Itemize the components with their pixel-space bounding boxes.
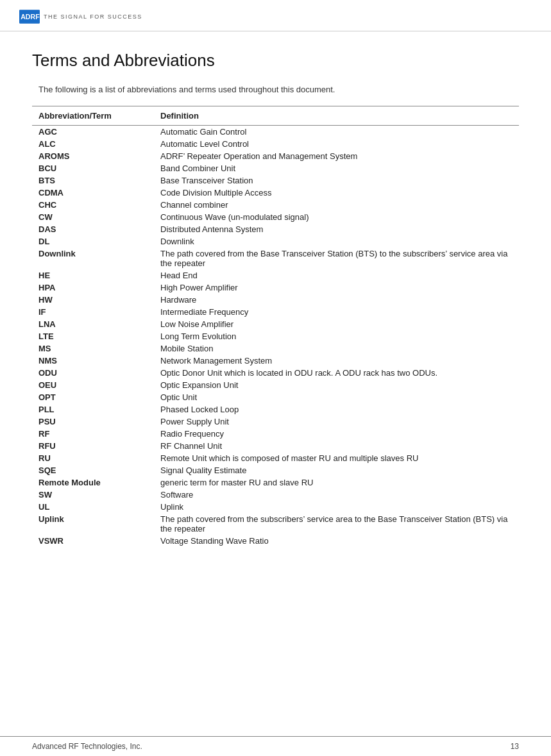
table-row: Remote Modulegeneric term for master RU … — [32, 476, 519, 489]
definition-cell: Intermediate Frequency — [154, 306, 519, 318]
table-row: IFIntermediate Frequency — [32, 306, 519, 318]
term-cell: CHC — [32, 199, 154, 211]
definition-cell: Code Division Multiple Access — [154, 187, 519, 199]
table-row: PSUPower Supply Unit — [32, 416, 519, 428]
table-row: BCUBand Combiner Unit — [32, 162, 519, 174]
term-cell: RU — [32, 452, 154, 464]
term-cell: UL — [32, 501, 154, 513]
definition-cell: Low Noise Amplifier — [154, 318, 519, 330]
page-header: ADRF THE SIGNAL FOR SUCCESS — [0, 0, 551, 31]
definition-cell: Power Supply Unit — [154, 416, 519, 428]
table-row: MSMobile Station — [32, 342, 519, 355]
term-cell: OEU — [32, 379, 154, 391]
definition-cell: RF Channel Unit — [154, 440, 519, 452]
table-header-row: Abbreviation/Term Definition — [32, 106, 519, 126]
term-cell: HPA — [32, 281, 154, 294]
term-cell: ALC — [32, 138, 154, 150]
definition-cell: Long Term Evolution — [154, 330, 519, 342]
term-cell: RFU — [32, 440, 154, 452]
table-row: LNALow Noise Amplifier — [32, 318, 519, 330]
definition-cell: The path covered from the Base Transceiv… — [154, 248, 519, 269]
term-cell: LTE — [32, 330, 154, 342]
term-cell: CW — [32, 211, 154, 223]
definition-cell: Continuous Wave (un-modulated signal) — [154, 211, 519, 223]
table-row: AROMSADRF’ Repeater Operation and Manage… — [32, 150, 519, 162]
page-title: Terms and Abbreviations — [32, 51, 519, 71]
definition-cell: ADRF’ Repeater Operation and Management … — [154, 150, 519, 162]
definition-cell: The path covered from the subscribers’ s… — [154, 513, 519, 535]
definition-cell: generic term for master RU and slave RU — [154, 476, 519, 489]
definition-cell: Mobile Station — [154, 342, 519, 355]
term-cell: VSWR — [32, 535, 154, 547]
table-row: CDMACode Division Multiple Access — [32, 187, 519, 199]
table-row: PLLPhased Locked Loop — [32, 403, 519, 416]
col-header-definition: Definition — [154, 106, 519, 126]
definition-cell: Uplink — [154, 501, 519, 513]
footer-page-number: 13 — [511, 742, 519, 751]
logo-area: ADRF THE SIGNAL FOR SUCCESS — [19, 6, 142, 27]
term-cell: Remote Module — [32, 476, 154, 489]
table-row: ULUplink — [32, 501, 519, 513]
definition-cell: Phased Locked Loop — [154, 403, 519, 416]
table-row: RFURF Channel Unit — [32, 440, 519, 452]
main-content: Terms and Abbreviations The following is… — [0, 31, 551, 573]
definition-cell: Head End — [154, 269, 519, 281]
term-cell: AROMS — [32, 150, 154, 162]
table-row: AGCAutomatic Gain Control — [32, 126, 519, 139]
table-row: UplinkThe path covered from the subscrib… — [32, 513, 519, 535]
definition-cell: Band Combiner Unit — [154, 162, 519, 174]
footer-company: Advanced RF Technologies, Inc. — [32, 742, 142, 751]
table-row: DASDistributed Antenna System — [32, 223, 519, 235]
definition-cell: Signal Quality Estimate — [154, 464, 519, 476]
table-row: HPAHigh Power Amplifier — [32, 281, 519, 294]
term-cell: MS — [32, 342, 154, 355]
definition-cell: Hardware — [154, 294, 519, 306]
page-footer: Advanced RF Technologies, Inc. 13 — [0, 736, 551, 756]
definition-cell: Optic Expansion Unit — [154, 379, 519, 391]
definition-cell: Network Management System — [154, 355, 519, 367]
table-row: RFRadio Frequency — [32, 428, 519, 440]
definition-cell: Radio Frequency — [154, 428, 519, 440]
definition-cell: Distributed Antenna System — [154, 223, 519, 235]
table-row: ODUOptic Donor Unit which is located in … — [32, 367, 519, 379]
term-cell: BCU — [32, 162, 154, 174]
term-cell: Uplink — [32, 513, 154, 535]
term-cell: HE — [32, 269, 154, 281]
term-cell: HW — [32, 294, 154, 306]
term-cell: PSU — [32, 416, 154, 428]
definition-cell: Downlink — [154, 235, 519, 248]
term-cell: PLL — [32, 403, 154, 416]
table-row: OEUOptic Expansion Unit — [32, 379, 519, 391]
definition-cell: Optic Unit — [154, 391, 519, 403]
term-cell: DL — [32, 235, 154, 248]
definition-cell: Channel combiner — [154, 199, 519, 211]
term-cell: AGC — [32, 126, 154, 139]
term-cell: NMS — [32, 355, 154, 367]
definition-cell: Remote Unit which is composed of master … — [154, 452, 519, 464]
table-row: NMSNetwork Management System — [32, 355, 519, 367]
table-row: BTSBase Transceiver Station — [32, 174, 519, 187]
table-row: SQESignal Quality Estimate — [32, 464, 519, 476]
definition-cell: Base Transceiver Station — [154, 174, 519, 187]
term-cell: RF — [32, 428, 154, 440]
term-cell: LNA — [32, 318, 154, 330]
intro-paragraph: The following is a list of abbreviations… — [32, 85, 519, 94]
table-row: ALCAutomatic Level Control — [32, 138, 519, 150]
col-header-term: Abbreviation/Term — [32, 106, 154, 126]
table-row: VSWRVoltage Standing Wave Ratio — [32, 535, 519, 547]
term-cell: IF — [32, 306, 154, 318]
term-cell: SW — [32, 489, 154, 501]
definition-cell: Automatic Gain Control — [154, 126, 519, 139]
table-row: OPTOptic Unit — [32, 391, 519, 403]
table-row: LTELong Term Evolution — [32, 330, 519, 342]
term-cell: ODU — [32, 367, 154, 379]
table-row: HEHead End — [32, 269, 519, 281]
definition-cell: Optic Donor Unit which is located in ODU… — [154, 367, 519, 379]
term-cell: Downlink — [32, 248, 154, 269]
table-row: DLDownlink — [32, 235, 519, 248]
table-row: CHCChannel combiner — [32, 199, 519, 211]
term-cell: OPT — [32, 391, 154, 403]
table-body: AGCAutomatic Gain ControlALCAutomatic Le… — [32, 126, 519, 548]
term-cell: DAS — [32, 223, 154, 235]
table-row: CWContinuous Wave (un-modulated signal) — [32, 211, 519, 223]
